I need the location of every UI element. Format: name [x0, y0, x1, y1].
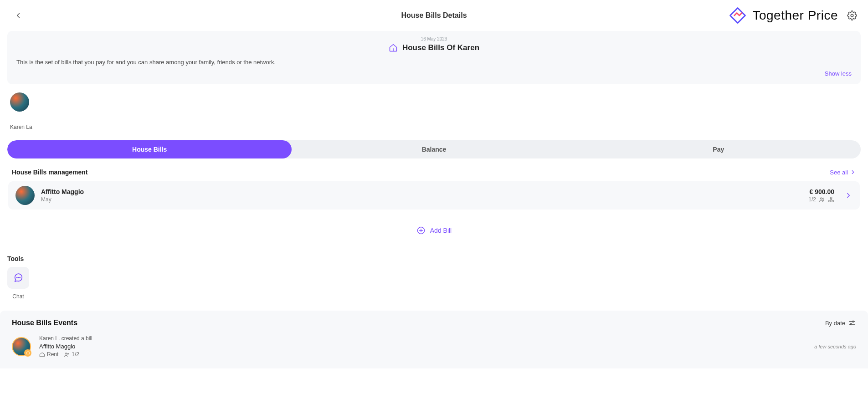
- svg-point-17: [67, 353, 69, 354]
- svg-point-1: [821, 198, 822, 199]
- tabs: House Bills Balance Pay: [7, 140, 861, 158]
- svg-point-13: [853, 321, 854, 322]
- chat-icon: [13, 273, 23, 283]
- svg-point-16: [66, 353, 67, 354]
- svg-point-0: [851, 14, 853, 17]
- add-bill-button[interactable]: Add Bill: [0, 226, 868, 235]
- svg-point-2: [822, 198, 824, 199]
- share-icon: [828, 196, 834, 203]
- group-title: House Bills Of Karen: [402, 43, 479, 52]
- see-all-link[interactable]: See all: [830, 169, 856, 176]
- page-title: House Bills Details: [401, 11, 467, 20]
- owner-section: Karen La: [0, 84, 868, 134]
- house-small-icon: [39, 352, 45, 358]
- group-created-date: 16 May 2023: [16, 36, 852, 41]
- tool-chat[interactable]: Chat: [7, 267, 29, 300]
- event-category: Rent: [47, 351, 58, 358]
- show-less-toggle[interactable]: Show less: [16, 70, 852, 77]
- app-header: House Bills Details Together Price: [0, 0, 868, 31]
- bill-ratio: 1/2: [808, 196, 816, 203]
- svg-point-10: [18, 277, 19, 278]
- tab-house-bills[interactable]: House Bills: [7, 140, 292, 158]
- events-sort[interactable]: By date: [825, 319, 856, 327]
- tool-chat-label: Chat: [12, 293, 24, 300]
- event-ratio: 1/2: [72, 351, 79, 358]
- chevron-right-icon: [844, 191, 853, 199]
- events-sort-label: By date: [825, 320, 845, 327]
- brand-text: Together Price: [752, 8, 838, 23]
- event-avatar-wrap: [12, 337, 31, 356]
- settings-button[interactable]: [847, 10, 857, 20]
- tab-balance[interactable]: Balance: [292, 140, 576, 158]
- chevron-right-icon: [850, 169, 856, 175]
- event-bill-name: Affitto Maggio: [39, 343, 806, 350]
- group-description: This is the set of bills that you pay fo…: [16, 59, 852, 66]
- events-section: House Bills Events By date Karen L. crea…: [0, 311, 868, 368]
- logo-icon: [728, 5, 748, 26]
- plus-circle-icon: [416, 226, 426, 235]
- tab-pay[interactable]: Pay: [576, 140, 861, 158]
- bill-amount: € 900.00: [808, 188, 834, 195]
- tools-section: Tools Chat: [0, 235, 868, 311]
- tools-title: Tools: [7, 255, 861, 262]
- svg-rect-5: [832, 200, 834, 202]
- event-item[interactable]: Karen L. created a bill Affitto Maggio R…: [12, 335, 856, 358]
- bill-avatar: [15, 186, 35, 205]
- event-description: Karen L. created a bill: [39, 335, 806, 342]
- chevron-left-icon: [14, 11, 22, 20]
- svg-point-15: [850, 324, 852, 325]
- add-bill-label: Add Bill: [430, 227, 452, 234]
- gear-icon: [847, 10, 857, 20]
- svg-rect-4: [829, 200, 831, 202]
- bill-month: May: [41, 196, 802, 203]
- owner-avatar[interactable]: [10, 92, 29, 112]
- svg-point-9: [17, 277, 17, 278]
- house-badge-icon: [26, 351, 30, 355]
- svg-point-11: [20, 277, 20, 278]
- owner-name: Karen La: [10, 124, 858, 130]
- house-icon: [389, 43, 398, 52]
- event-timestamp: a few seconds ago: [814, 344, 856, 349]
- people-small-icon: [64, 352, 70, 358]
- bill-open: [844, 191, 853, 199]
- management-header: House Bills management See all: [0, 158, 868, 181]
- filter-icon: [848, 319, 856, 327]
- event-badge: [24, 349, 31, 357]
- brand-logo[interactable]: Together Price: [728, 5, 838, 26]
- group-info-card: 16 May 2023 House Bills Of Karen This is…: [7, 31, 861, 84]
- events-title: House Bills Events: [12, 319, 77, 327]
- see-all-label: See all: [830, 169, 848, 176]
- bill-title: Affitto Maggio: [41, 188, 802, 195]
- management-title: House Bills management: [12, 169, 88, 176]
- bill-item[interactable]: Affitto Maggio May € 900.00 1/2: [8, 181, 860, 210]
- back-button[interactable]: [11, 8, 26, 23]
- people-icon: [819, 196, 825, 203]
